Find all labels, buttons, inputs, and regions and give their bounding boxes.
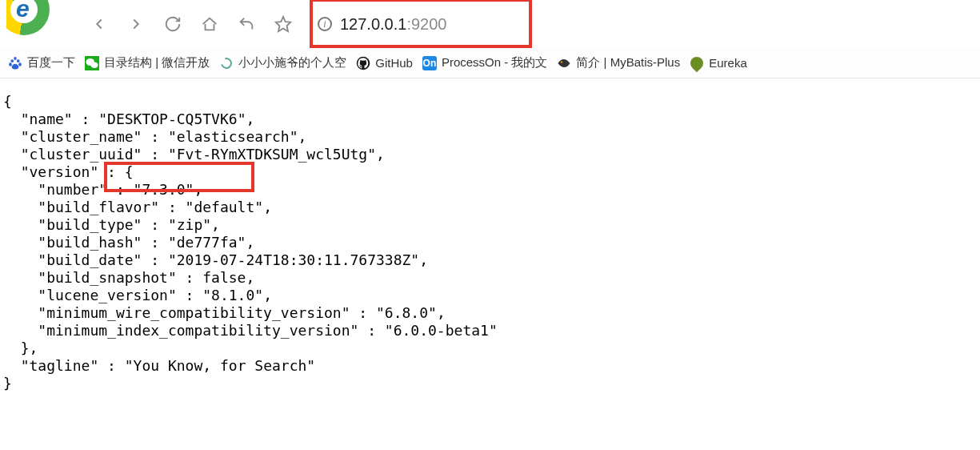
svg-point-9 xyxy=(561,61,562,62)
bookmark-github[interactable]: GitHub xyxy=(356,56,413,70)
bookmark-blog[interactable]: 小小小施爷的个人空 xyxy=(219,55,346,70)
svg-point-1 xyxy=(10,59,14,62)
baidu-icon xyxy=(8,56,22,70)
forward-icon[interactable] xyxy=(126,14,146,34)
bookmark-label: GitHub xyxy=(375,56,413,70)
site-info-icon[interactable]: i xyxy=(318,17,332,31)
bookmark-label: 百度一下 xyxy=(27,55,75,70)
json-response-body: { "name" : "DESKTOP-CQ5TVK6", "cluster_n… xyxy=(0,78,980,396)
bookmark-label: 简介 | MyBatis-Plus xyxy=(576,55,680,70)
browser-logo: e xyxy=(6,0,62,48)
svg-point-4 xyxy=(9,62,12,66)
bookmarks-bar: 百度一下 目录结构 | 微信开放 小小小施爷的个人空 GitHub On Pro… xyxy=(0,48,980,78)
reload-icon[interactable] xyxy=(163,14,182,34)
svg-point-7 xyxy=(91,62,98,68)
bookmark-eureka[interactable]: Eureka xyxy=(690,56,747,70)
back-icon[interactable] xyxy=(90,14,109,34)
bookmark-label: 小小小施爷的个人空 xyxy=(238,55,346,70)
eureka-icon xyxy=(690,56,704,70)
bookmark-processon[interactable]: On ProcessOn - 我的文 xyxy=(422,55,548,70)
mybatis-icon xyxy=(557,56,571,70)
star-icon[interactable] xyxy=(274,14,293,34)
bookmark-label: 目录结构 | 微信开放 xyxy=(104,55,210,70)
undo-icon[interactable] xyxy=(237,14,256,34)
browser-toolbar: e i 127.0.0.1:9200 xyxy=(0,0,980,48)
svg-point-3 xyxy=(14,56,16,59)
address-bar[interactable]: i 127.0.0.1:9200 xyxy=(310,10,458,38)
wechat-icon xyxy=(85,56,99,70)
svg-marker-0 xyxy=(276,17,290,31)
svg-point-5 xyxy=(18,62,22,66)
bookmark-baidu[interactable]: 百度一下 xyxy=(8,55,75,70)
home-icon[interactable] xyxy=(200,14,219,34)
url-text: 127.0.0.1:9200 xyxy=(340,15,446,34)
svg-point-2 xyxy=(17,59,20,62)
bookmark-label: ProcessOn - 我的文 xyxy=(442,55,548,70)
bookmark-wechat[interactable]: 目录结构 | 微信开放 xyxy=(85,55,210,70)
processon-icon: On xyxy=(422,56,437,70)
c-icon xyxy=(219,56,234,70)
bookmark-mybatis[interactable]: 简介 | MyBatis-Plus xyxy=(557,55,680,70)
github-icon xyxy=(356,56,370,70)
bookmark-label: Eureka xyxy=(709,56,747,70)
